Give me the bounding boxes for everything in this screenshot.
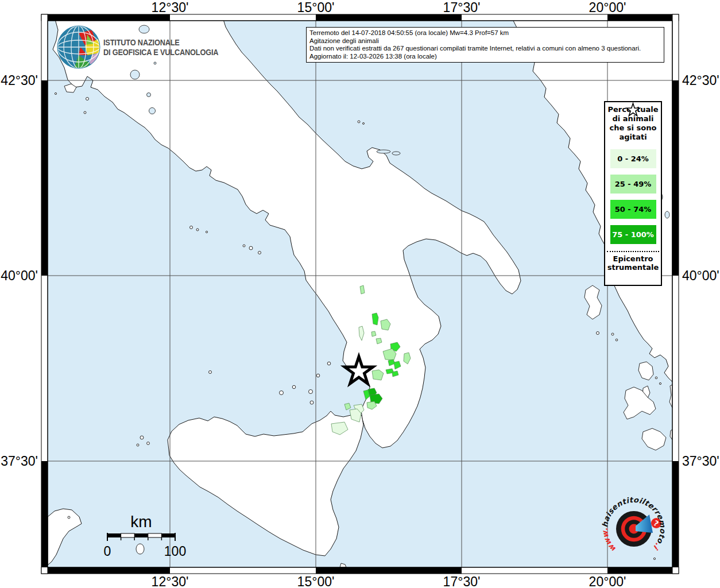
event-info-box: Terremoto del 14-07-2018 04:50:55 (ora l…	[306, 27, 664, 63]
scale-end-label: 100	[164, 544, 186, 559]
ingv-name-line2: DI GEOFISICA E VULCANOLOGIA	[103, 48, 218, 57]
axis-bottom-4: 20°00'	[589, 574, 626, 588]
axis-bottom-2: 15°00'	[297, 574, 335, 588]
legend-star-icon	[605, 102, 661, 118]
axis-left-3: 37°30'	[1, 454, 38, 469]
event-data-note: Dati non verificati estratti da 267 ques…	[309, 45, 661, 53]
axis-right-3: 37°30'	[682, 454, 719, 469]
axis-left-2: 40°00'	[1, 268, 38, 283]
ingv-name-line1: ISTITUTO NAZIONALE	[103, 38, 218, 48]
legend-swatch-50-74: 50 - 74%	[610, 200, 656, 219]
axis-bottom-1: 12°30'	[152, 574, 189, 588]
axis-left-1: 42°30'	[1, 73, 38, 88]
axis-bottom-3: 17°30'	[443, 574, 481, 588]
legend: Percentuale di animali che si sono agita…	[604, 101, 662, 286]
axis-top-2: 15°00'	[297, 0, 335, 15]
event-title: Terremoto del 14-07-2018 04:50:55 (ora l…	[309, 29, 661, 37]
legend-epicenter-label: Epicentro strumentale	[605, 252, 661, 272]
event-updated-at: Aggiornato il: 12-03-2026 13:38 (ora loc…	[309, 53, 661, 61]
legend-swatch-25-49: 25 - 49%	[610, 175, 656, 194]
map-canvas: ? www.haisentitoilterremoto.it km 0 100	[0, 0, 720, 588]
axis-top-4: 20°00'	[589, 0, 626, 15]
scale-start-label: 0	[104, 544, 111, 559]
legend-swatch-0-24: 0 - 24%	[610, 149, 656, 168]
axis-top-1: 12°30'	[152, 0, 189, 15]
event-subtitle: Agitazione degli animali	[309, 37, 661, 45]
axis-right-1: 42°30'	[682, 73, 719, 88]
axis-right-2: 40°00'	[682, 268, 719, 283]
axis-top-3: 17°30'	[443, 0, 481, 15]
ingv-name: ISTITUTO NAZIONALE DI GEOFISICA E VULCAN…	[103, 38, 218, 57]
legend-swatch-75-100: 75 - 100%	[610, 225, 656, 244]
scale-unit-label: km	[130, 513, 152, 531]
earthquake-animal-agitation-map: ? www.haisentitoilterremoto.it km 0 100	[0, 0, 720, 588]
